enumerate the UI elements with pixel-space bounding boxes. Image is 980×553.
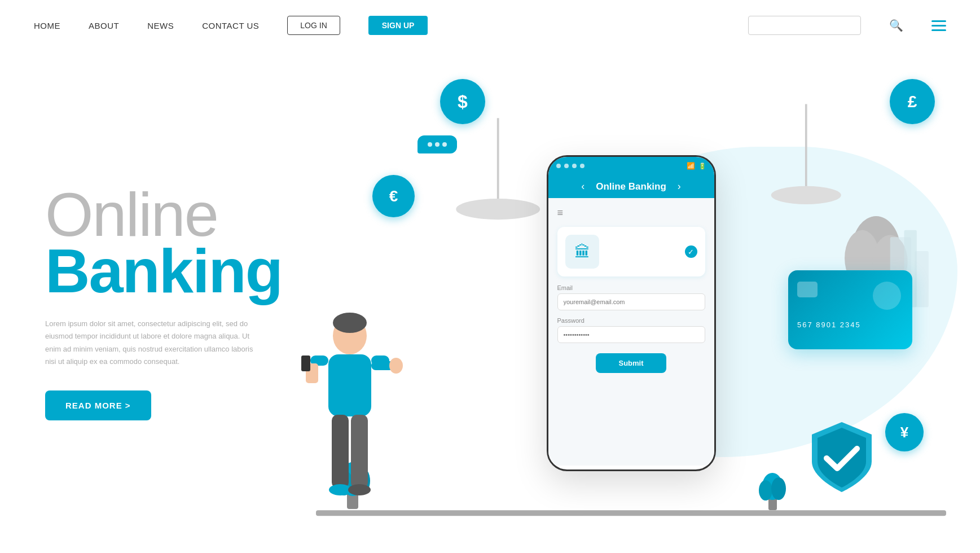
hamburger-icon: ≡ <box>557 207 705 219</box>
svg-point-3 <box>771 186 841 204</box>
nav-link-news[interactable]: NEWS <box>147 21 174 30</box>
back-arrow-icon[interactable]: ‹ <box>581 181 585 192</box>
coin-euro: € <box>372 175 415 217</box>
svg-rect-11 <box>316 510 946 516</box>
signup-button[interactable]: SIGN UP <box>368 16 428 35</box>
card-chip <box>797 282 818 297</box>
nav-link-contact[interactable]: CONTACT US <box>202 21 259 30</box>
chat-bubble <box>418 135 457 153</box>
login-button[interactable]: LOG IN <box>287 16 340 35</box>
hero-section: Online Banking Lorem ipsum dolor sit ame… <box>0 51 980 542</box>
checkmark-badge: ✓ <box>685 245 697 258</box>
bank-section: 🏛 ✓ <box>557 227 705 276</box>
shield <box>805 418 878 497</box>
phone-body: ≡ 🏛 ✓ Email Password Submit <box>548 198 714 466</box>
svg-rect-22 <box>351 415 368 488</box>
forward-arrow-icon[interactable]: › <box>678 181 681 192</box>
svg-point-1 <box>456 199 540 220</box>
bank-icon: 🏛 <box>565 235 599 269</box>
svg-point-32 <box>771 477 786 500</box>
hero-left: Online Banking Lorem ipsum dolor sit ame… <box>45 183 316 420</box>
nav-link-home[interactable]: HOME <box>34 21 60 30</box>
wifi-icon: 📶 <box>687 162 695 170</box>
coin-yen: ¥ <box>885 413 924 451</box>
coin-pound: £ <box>890 79 935 124</box>
credit-card: 567 8901 2345 <box>788 270 912 349</box>
svg-point-24 <box>348 484 371 495</box>
password-input[interactable] <box>557 326 705 343</box>
svg-point-20 <box>389 358 403 374</box>
email-label: Email <box>557 284 705 291</box>
svg-rect-14 <box>328 354 371 416</box>
phone-title: Online Banking <box>596 181 666 192</box>
coin-dollar: $ <box>440 79 485 124</box>
password-label: Password <box>557 317 705 324</box>
phone-status-bar: 📶 🔋 <box>548 157 714 175</box>
battery-icon: 🔋 <box>698 163 706 170</box>
hero-right: $ € £ ¥ <box>316 62 946 542</box>
card-circle <box>873 282 901 310</box>
title-banking: Banking <box>45 240 316 302</box>
svg-point-31 <box>759 480 772 501</box>
smartphone: 📶 🔋 ‹ Online Banking › ≡ 🏛 ✓ Email Passw… <box>547 155 716 471</box>
read-more-button[interactable]: READ MORE > <box>45 390 151 420</box>
menu-icon[interactable] <box>931 20 946 31</box>
navbar: HOME ABOUT NEWS CONTACT US LOG IN SIGN U… <box>0 0 980 51</box>
submit-button[interactable]: Submit <box>596 353 666 373</box>
nav-link-about[interactable]: ABOUT <box>89 21 119 30</box>
phone-form: Email Password Submit <box>557 284 705 373</box>
search-icon[interactable]: 🔍 <box>889 19 903 32</box>
card-number: 567 8901 2345 <box>797 321 861 329</box>
email-input[interactable] <box>557 293 705 310</box>
svg-point-13 <box>333 313 367 333</box>
svg-rect-21 <box>332 415 349 488</box>
search-input[interactable] <box>748 16 861 35</box>
plant-right <box>757 459 788 512</box>
hero-description: Lorem ipsum dolor sit amet, consectetur … <box>45 318 260 367</box>
phone-header: ‹ Online Banking › <box>548 175 714 198</box>
